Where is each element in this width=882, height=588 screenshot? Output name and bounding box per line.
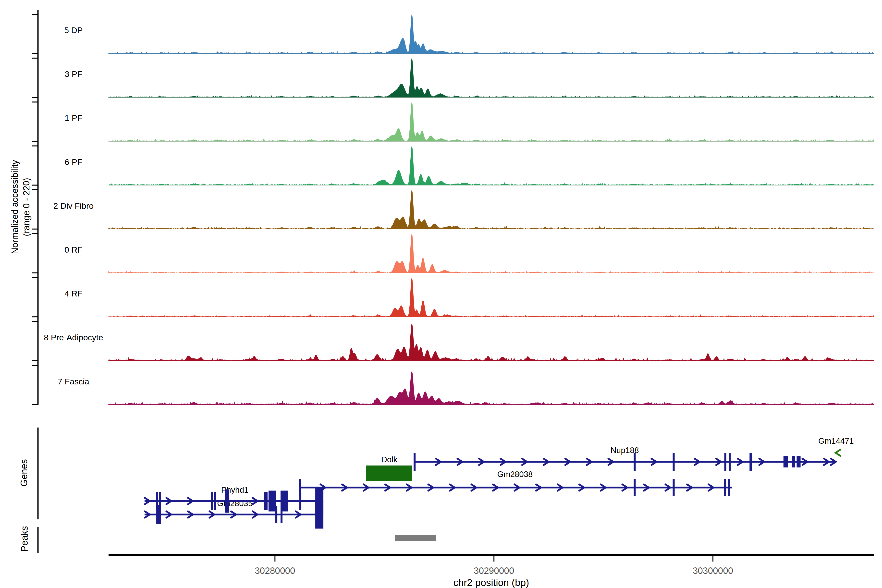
plot-canvas bbox=[0, 0, 882, 588]
track-label-1pf: 1 PF bbox=[64, 113, 82, 123]
exon-gm28038-0 bbox=[299, 479, 301, 496]
exon-phyhd1-1 bbox=[159, 492, 161, 510]
y-axis-label-line2: (range 0 - 220) bbox=[21, 160, 32, 254]
coverage-area-7-Fascia bbox=[108, 371, 874, 405]
track-label-0rf: 0 RF bbox=[64, 245, 82, 255]
gene-label-gm14471: Gm14471 bbox=[818, 436, 854, 446]
strand-arrow-nup188 bbox=[651, 459, 656, 465]
strand-arrow-nup188 bbox=[458, 459, 462, 465]
strand-arrow-gm28038 bbox=[536, 484, 541, 491]
gene-label-nup188: Nup188 bbox=[610, 446, 639, 455]
strand-arrow-gm28038 bbox=[622, 484, 627, 491]
strand-arrow-gm28038 bbox=[579, 484, 584, 491]
exon-gm28035-3 bbox=[315, 501, 323, 529]
coverage-area-5-DP bbox=[108, 14, 874, 53]
track-label-3pf: 3 PF bbox=[64, 69, 82, 79]
exon-nup188-8 bbox=[796, 456, 800, 468]
exon-phyhd1-2 bbox=[211, 492, 213, 510]
track-label-6pf: 6 PF bbox=[64, 157, 82, 166]
strand-arrow-phyhd1 bbox=[253, 498, 258, 504]
strand-arrow-gm28035 bbox=[145, 512, 150, 518]
exon-phyhd1-8 bbox=[299, 492, 302, 510]
strand-arrow-gm28038 bbox=[708, 484, 714, 491]
exon-nup188-0 bbox=[414, 453, 416, 471]
strand-arrow-gm28038 bbox=[428, 484, 433, 491]
genome-browser-figure: Normalized accessibility (range 0 - 220)… bbox=[0, 0, 882, 588]
strand-arrow-nup188 bbox=[436, 459, 441, 465]
track-label-4rf: 4 RF bbox=[64, 289, 82, 298]
strand-arrow-phyhd1 bbox=[145, 498, 150, 504]
strand-arrow-nup188 bbox=[544, 459, 549, 465]
exon-phyhd1-7 bbox=[280, 491, 288, 512]
coverage-area-0-RF bbox=[108, 234, 874, 273]
exon-phyhd1-9 bbox=[315, 487, 323, 515]
peak-region-bar-0 bbox=[395, 536, 436, 541]
strand-arrow-gm28038 bbox=[385, 484, 390, 491]
strand-arrow-nup188 bbox=[501, 459, 506, 465]
strand-arrow-gm28038 bbox=[342, 484, 347, 491]
coverage-area-1-PF bbox=[108, 102, 874, 141]
exon-phyhd1-3 bbox=[214, 492, 216, 510]
track-label-2divfibro: 2 Div Fibro bbox=[53, 201, 94, 210]
strand-arrow-gm28038 bbox=[364, 484, 369, 491]
strand-arrow-gm28038 bbox=[493, 484, 498, 491]
track-label-5dp: 5 DP bbox=[64, 26, 83, 35]
strand-arrow-gm28035 bbox=[296, 512, 301, 518]
strand-arrow-nup188 bbox=[759, 459, 764, 465]
strand-arrow-nup188 bbox=[738, 459, 742, 465]
strand-arrow-phyhd1 bbox=[188, 498, 193, 504]
strand-arrow-phyhd1 bbox=[166, 498, 171, 504]
exon-phyhd1-6 bbox=[268, 491, 276, 512]
strand-arrow-nup188 bbox=[587, 459, 592, 465]
strand-arrow-gm28035 bbox=[166, 512, 171, 518]
exon-gm28038-1 bbox=[634, 479, 636, 496]
y-axis-label-line1: Normalized accessibility bbox=[9, 160, 21, 254]
strand-arrow-gm28038 bbox=[665, 484, 670, 491]
strand-arrow-nup188 bbox=[802, 459, 807, 465]
exon-gm28035-0 bbox=[156, 505, 161, 524]
strand-arrow-gm28038 bbox=[407, 484, 412, 491]
exon-nup188-4 bbox=[729, 453, 730, 471]
strand-arrow-nup188 bbox=[824, 459, 829, 465]
exon-gm28038-2 bbox=[673, 479, 675, 496]
exon-nup188-1 bbox=[634, 453, 636, 471]
genes-section-label: Genes bbox=[19, 459, 29, 487]
exon-gm28038-4 bbox=[728, 479, 730, 496]
coverage-area-6-PF bbox=[108, 146, 874, 185]
x-tick-label-30280000: 30280000 bbox=[255, 566, 295, 576]
x-tick-label-30300000: 30300000 bbox=[693, 566, 733, 576]
gene-label-dolk: Dolk bbox=[381, 455, 398, 464]
peaks-section-label: Peaks bbox=[20, 526, 30, 552]
gene-label-gm28038: Gm28038 bbox=[497, 470, 533, 479]
strand-arrow-nup188 bbox=[716, 459, 721, 465]
exon-phyhd1-0 bbox=[156, 492, 158, 510]
strand-arrow-nup188 bbox=[608, 459, 613, 465]
exon-phyhd1-5 bbox=[264, 492, 267, 510]
dolk-gene-box bbox=[366, 465, 412, 481]
strand-arrow-gm28038 bbox=[558, 484, 562, 491]
exon-gm28038-3 bbox=[724, 479, 726, 496]
strand-arrow-gm28035 bbox=[210, 512, 214, 518]
coverage-area-8-Pre-Adipocyte bbox=[108, 323, 874, 361]
x-axis-title: chr2 position (bp) bbox=[453, 577, 529, 588]
exon-gm28035-2 bbox=[280, 506, 282, 524]
coverage-area-2-Div-Fibro bbox=[108, 190, 874, 229]
exon-nup188-5 bbox=[750, 453, 752, 471]
gene-label-phyhd1: Phyhd1 bbox=[221, 485, 249, 495]
coverage-area-4-RF bbox=[108, 278, 874, 317]
strand-arrow-nup188 bbox=[565, 459, 570, 465]
exon-nup188-3 bbox=[724, 453, 726, 471]
exon-nup188-6 bbox=[783, 456, 788, 468]
gene-label-gm28035: Gm28035 bbox=[217, 499, 253, 508]
exon-gm28035-1 bbox=[275, 506, 278, 524]
strand-arrow-nup188 bbox=[831, 459, 836, 465]
strand-arrow-nup188 bbox=[479, 459, 484, 465]
track-label-7fascia: 7 Fascia bbox=[58, 376, 89, 386]
track-label-8preadipocyte: 8 Pre-Adipocyte bbox=[44, 333, 103, 342]
strand-arrow-gm28035 bbox=[231, 512, 236, 518]
strand-arrow-gm28038 bbox=[601, 484, 606, 491]
exon-nup188-2 bbox=[673, 453, 675, 471]
coverage-area-3-PF bbox=[108, 58, 874, 97]
x-tick-label-30290000: 30290000 bbox=[474, 566, 514, 576]
strand-arrow-gm28035 bbox=[253, 512, 258, 518]
